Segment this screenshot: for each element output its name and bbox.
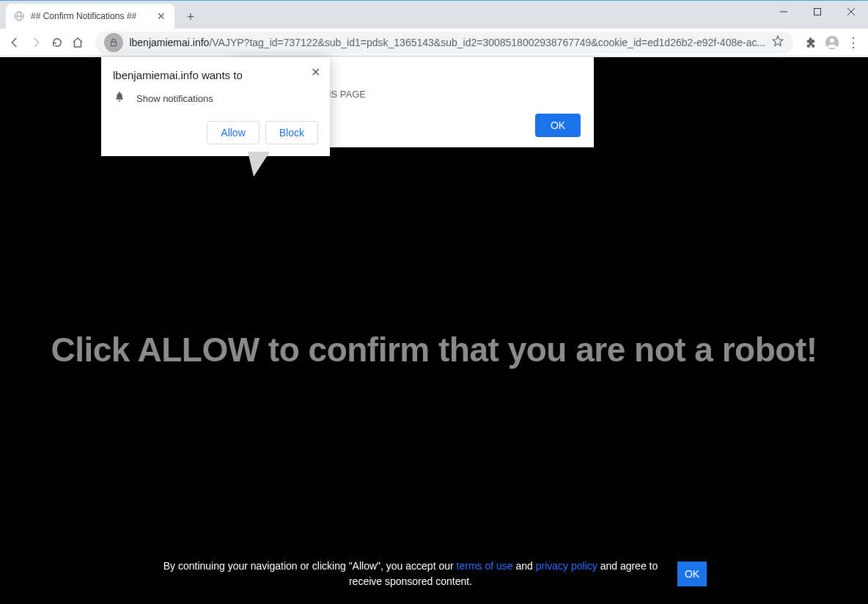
extensions-icon[interactable] — [802, 30, 820, 55]
back-button[interactable] — [6, 30, 24, 55]
terms-link[interactable]: terms of use — [457, 560, 513, 572]
page-headline: Click ALLOW to confirm that you are not … — [0, 330, 868, 369]
globe-icon — [13, 10, 25, 22]
svg-rect-7 — [111, 42, 117, 45]
forward-button[interactable] — [27, 30, 45, 55]
notification-permission-popup: ✕ lbenjamiemai.info wants to Show notifi… — [101, 57, 330, 156]
allow-button[interactable]: Allow — [207, 121, 259, 144]
profile-avatar-icon[interactable] — [823, 30, 842, 55]
bell-icon — [113, 90, 126, 106]
privacy-link[interactable]: privacy policy — [536, 560, 597, 572]
url-text: lbenjamiemai.info/VAJYP?tag_id=737122&su… — [129, 37, 765, 48]
consent-ok-button[interactable]: OK — [677, 561, 707, 586]
browser-tab[interactable]: ## Confirm Notifications ## ✕ — [6, 4, 174, 29]
reload-button[interactable] — [48, 30, 66, 55]
window-maximize-button[interactable] — [801, 1, 834, 23]
block-button[interactable]: Block — [265, 121, 318, 144]
new-tab-button[interactable]: + — [180, 7, 201, 27]
consent-bar: By continuing your navigation or clickin… — [0, 559, 868, 589]
window-close-button[interactable] — [834, 1, 868, 23]
tab-title: ## Confirm Notifications ## — [31, 11, 150, 21]
bookmark-star-icon[interactable] — [771, 34, 784, 51]
consent-text: By continuing your navigation or clickin… — [161, 559, 660, 589]
browser-menu-button[interactable] — [844, 30, 862, 55]
popup-title: lbenjamiemai.info wants to — [113, 69, 318, 81]
lock-icon[interactable] — [104, 33, 123, 52]
popup-close-button[interactable]: ✕ — [306, 63, 324, 81]
alert-ok-button[interactable]: OK — [535, 114, 581, 137]
address-bar[interactable]: lbenjamiemai.info/VAJYP?tag_id=737122&su… — [95, 32, 793, 54]
tab-close-button[interactable]: ✕ — [155, 10, 167, 22]
popup-label: Show notifications — [136, 93, 213, 104]
svg-rect-1 — [814, 9, 821, 15]
window-minimize-button[interactable] — [767, 1, 801, 23]
svg-point-9 — [830, 38, 834, 43]
browser-toolbar: lbenjamiemai.info/VAJYP?tag_id=737122&su… — [0, 29, 868, 56]
home-button[interactable] — [69, 30, 87, 55]
window-controls — [767, 1, 868, 23]
tab-bar: ## Confirm Notifications ## ✕ + — [0, 1, 868, 29]
